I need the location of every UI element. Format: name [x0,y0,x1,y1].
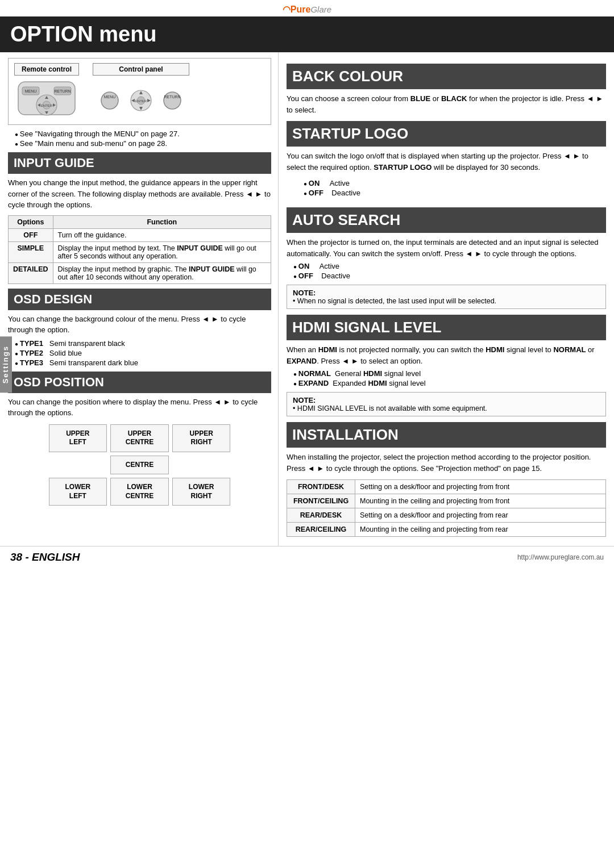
osd-position-grid: UPPERLEFT UPPERCENTRE UPPERRIGHT CENTRE … [49,424,231,506]
auto-off: OFF Deactive [293,272,606,280]
auto-search-list: ON Active OFF Deactive [293,262,606,280]
install-front-ceiling-desc: Mounting in the ceiling and projecting f… [355,494,606,508]
pos-upper-centre: UPPERCENTRE [110,424,169,452]
control-panel-img: MENU RETURN ENTER [93,79,189,119]
startup-logo-header: STARTUP LOGO [287,121,606,147]
auto-search-note: NOTE: • When no signal is detected, the … [287,285,606,309]
bullet-item-2: See "Main menu and sub-menu" on page 28. [15,139,271,148]
auto-on: ON Active [293,262,606,270]
table-header-options: Options [9,215,53,228]
function-detailed: Display the input method by graphic. The… [53,262,271,283]
osd-position-desc: You can change the position where to dis… [8,397,271,419]
hdmi-options-list: NORMAL General HDMI signal level EXPAND … [293,369,606,387]
auto-search-header: AUTO SEARCH [287,207,606,233]
settings-tab: Settings [0,336,12,393]
table-row: OFF Turn off the guidance. [9,228,271,241]
remote-control-label: Remote control [14,63,79,76]
bullet-list: See "Navigating through the MENU" on pag… [15,130,271,148]
pos-upper-right: UPPERRIGHT [172,424,231,452]
osd-type1: TYPE1 Semi transparent black [15,339,271,348]
osd-type2: TYPE2 Solid blue [15,349,271,357]
svg-text:MENU: MENU [104,95,116,99]
back-colour-desc: You can choose a screen colour from BLUE… [287,93,606,115]
pos-lower-centre: LOWERCENTRE [110,478,169,506]
osd-type3: TYPE3 Semi transparent dark blue [15,358,271,367]
svg-text:ENTER: ENTER [41,104,53,107]
install-front-desk: FRONT/DESK [287,480,355,494]
page-number: 38 - ENGLISH [10,551,80,564]
control-panel-label: Control panel [93,63,189,76]
install-rear-ceiling: REAR/CEILING [287,523,355,537]
page-title: OPTION menu [0,16,614,52]
auto-search-desc: When the projector is turned on, the inp… [287,237,606,259]
pos-lower-right: LOWERRIGHT [172,478,231,506]
option-detailed: DETAILED [9,262,53,283]
hdmi-normal: NORMAL General HDMI signal level [293,369,606,378]
input-guide-desc: When you change the input method, the gu… [8,177,271,211]
installation-header: INSTALLATION [287,422,606,448]
hdmi-expand: EXPAND Expanded HDMI signal level [293,379,606,387]
table-row: REAR/CEILING Mounting in the ceiling and… [287,523,606,537]
installation-desc: When installing the projector, select th… [287,452,606,474]
footer-url: http://www.pureglare.com.au [517,553,604,561]
pos-empty-1 [49,456,107,475]
option-off: OFF [9,228,53,241]
remote-panel-box: Remote control MENU RETURN [8,58,271,125]
svg-text:RETURN: RETURN [54,89,70,93]
top-logo: ◠PureGlare [0,0,614,16]
hdmi-signal-desc: When an HDMI is not projected normally, … [287,344,606,366]
bullet-item-1: See "Navigating through the MENU" on pag… [15,130,271,138]
startup-on: ON Active [304,179,417,187]
osd-position-header: OSD POSITION [8,372,271,393]
startup-logo-options: ON Active OFF Deactive [297,176,606,202]
installation-table: FRONT/DESK Setting on a desk/floor and p… [287,479,606,537]
table-row: FRONT/DESK Setting on a desk/floor and p… [287,480,606,494]
remote-control-img: MENU RETURN ENTER [15,79,78,119]
right-column: BACK COLOUR You can choose a screen colo… [279,52,614,546]
table-row: DETAILED Display the input method by gra… [9,262,271,283]
install-rear-ceiling-desc: Mounting in the ceiling and projecting f… [355,523,606,537]
hdmi-note: NOTE: • HDMI SIGNAL LEVEL is not availab… [287,392,606,416]
startup-logo-desc: You can switch the logo on/off that is d… [287,151,606,173]
install-front-ceiling: FRONT/CEILING [287,494,355,508]
table-row: FRONT/CEILING Mounting in the ceiling an… [287,494,606,508]
logo-glare: Glare [310,5,331,14]
pos-upper-left: UPPERLEFT [49,424,107,452]
input-guide-header: INPUT GUIDE [8,152,271,174]
startup-logo-list: ON Active OFF Deactive [304,179,417,198]
page-footer: 38 - ENGLISH http://www.pureglare.com.au [0,546,614,568]
input-guide-table: Options Function OFF Turn off the guidan… [8,215,271,284]
table-row: SIMPLE Display the input method by text.… [9,241,271,262]
svg-text:RETURN: RETURN [164,95,180,99]
table-row: REAR/DESK Setting on a desk/floor and pr… [287,508,606,523]
install-front-desk-desc: Setting on a desk/floor and projecting f… [355,480,606,494]
pos-centre: CENTRE [110,456,169,475]
back-colour-header: BACK COLOUR [287,64,606,89]
function-simple: Display the input method by text. The IN… [53,241,271,262]
install-rear-desk: REAR/DESK [287,508,355,523]
table-header-function: Function [53,215,271,228]
startup-off: OFF Deactive [304,189,417,197]
osd-design-list: TYPE1 Semi transparent black TYPE2 Solid… [15,339,271,367]
option-simple: SIMPLE [9,241,53,262]
pos-lower-left: LOWERLEFT [49,478,107,506]
osd-design-header: OSD DESIGN [8,289,271,310]
osd-design-desc: You can change the background colour of … [8,314,271,336]
hdmi-signal-header: HDMI SIGNAL LEVEL [287,315,606,340]
svg-text:ENTER: ENTER [135,99,147,103]
pos-empty-2 [172,456,231,475]
svg-text:MENU: MENU [25,89,37,93]
install-rear-desk-desc: Setting on a desk/floor and projecting f… [355,508,606,523]
function-off: Turn off the guidance. [53,228,271,241]
logo-brand: ◠Pure [283,5,311,14]
